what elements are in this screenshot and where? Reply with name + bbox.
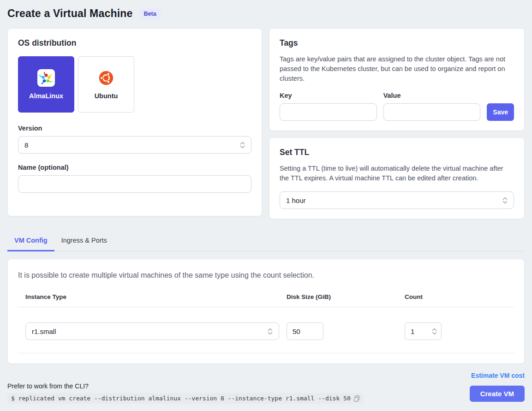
cli-command-block: $ replicated vm create --distribution al… xyxy=(7,393,364,404)
ubuntu-logo-icon xyxy=(97,69,115,87)
ttl-select-value: 1 hour xyxy=(286,197,306,204)
cli-command-text: $ replicated vm create --distribution al… xyxy=(11,395,351,402)
cli-prompt: Prefer to work from the CLI? xyxy=(7,382,364,390)
footer-row: Prefer to work from the CLI? $ replicate… xyxy=(7,382,525,404)
os-distribution-heading: OS distribution xyxy=(18,38,251,48)
vm-table-header: Instance Type Disk Size (GiB) Count xyxy=(18,293,514,307)
tag-key-input[interactable] xyxy=(280,103,377,121)
tab-vm-config[interactable]: VM Config xyxy=(7,231,54,251)
tag-value-label: Value xyxy=(383,92,481,99)
create-vm-page: Create a Virtual Machine Beta OS distrib… xyxy=(0,0,532,404)
page-title: Create a Virtual Machine xyxy=(7,7,133,20)
create-vm-button[interactable]: Create VM xyxy=(470,386,525,402)
os-tile-ubuntu[interactable]: Ubuntu xyxy=(78,56,134,113)
ttl-card: Set TTL Setting a TTL (time to live) wil… xyxy=(269,137,525,219)
column-instance-type: Instance Type xyxy=(25,293,287,300)
config-tabs: VM Config Ingress & Ports xyxy=(7,231,525,251)
almalinux-logo-icon xyxy=(37,69,55,87)
save-tag-button[interactable]: Save xyxy=(487,103,514,121)
chevron-updown-icon xyxy=(268,328,273,335)
tags-heading: Tags xyxy=(280,38,514,48)
tags-card: Tags Tags are key/value pairs that are a… xyxy=(269,28,525,131)
count-stepper[interactable] xyxy=(405,322,442,340)
chevron-updown-icon xyxy=(502,197,508,204)
tag-key-label: Key xyxy=(280,92,377,99)
column-disk-size: Disk Size (GiB) xyxy=(287,293,405,300)
os-tile-almalinux-label: AlmaLinux xyxy=(29,92,63,100)
right-column: Tags Tags are key/value pairs that are a… xyxy=(269,28,525,219)
vm-table-row: r1.small xyxy=(18,307,514,353)
os-tile-ubuntu-label: Ubuntu xyxy=(95,92,118,100)
top-cards-row: OS distribution xyxy=(7,28,525,219)
count-input[interactable] xyxy=(405,322,442,340)
ttl-select[interactable]: 1 hour xyxy=(280,191,514,209)
version-select[interactable]: 8 xyxy=(18,136,251,154)
disk-size-input[interactable] xyxy=(287,322,323,340)
chevron-updown-icon xyxy=(240,141,245,149)
estimate-vm-cost-link[interactable]: Estimate VM cost xyxy=(471,372,525,379)
tags-description: Tags are key/value pairs that are assign… xyxy=(280,54,514,83)
beta-badge: Beta xyxy=(139,8,161,19)
estimate-row: Estimate VM cost xyxy=(7,371,525,380)
ttl-heading: Set TTL xyxy=(280,148,514,157)
column-count: Count xyxy=(405,293,514,300)
vm-config-intro: It is possible to create multiple virtua… xyxy=(18,271,514,280)
tab-ingress-ports[interactable]: Ingress & Ports xyxy=(54,231,114,251)
copy-icon[interactable] xyxy=(354,395,360,402)
os-distribution-card: OS distribution xyxy=(7,28,262,216)
version-label: Version xyxy=(18,125,251,132)
version-select-value: 8 xyxy=(24,141,28,149)
os-tile-almalinux[interactable]: AlmaLinux xyxy=(18,56,74,113)
page-header: Create a Virtual Machine Beta xyxy=(7,6,525,28)
instance-type-select[interactable]: r1.small xyxy=(25,322,279,340)
vm-name-label: Name (optional) xyxy=(18,164,251,171)
instance-type-value: r1.small xyxy=(32,328,56,335)
vm-name-input[interactable] xyxy=(18,175,251,193)
os-tiles: AlmaLinux xyxy=(18,56,251,113)
ttl-description: Setting a TTL (time to live) will automa… xyxy=(280,164,514,183)
tag-value-input[interactable] xyxy=(383,103,481,121)
vm-config-card: It is possible to create multiple virtua… xyxy=(7,259,525,364)
